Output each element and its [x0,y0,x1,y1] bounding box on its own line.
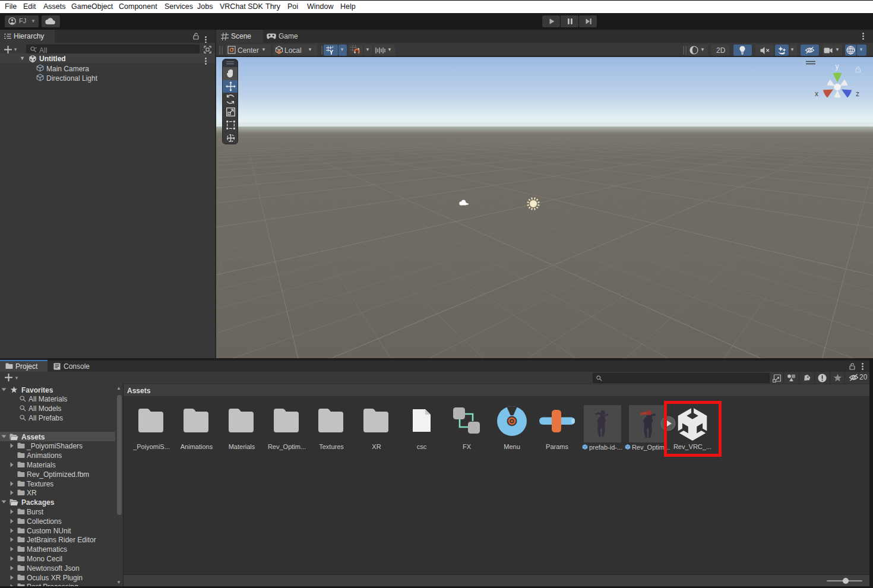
svg-text:z: z [856,90,859,98]
svg-text:x: x [815,90,818,98]
svg-text:Persp: Persp [828,113,849,122]
svg-text:Y: Y [330,49,334,55]
svg-text:y: y [836,62,839,71]
